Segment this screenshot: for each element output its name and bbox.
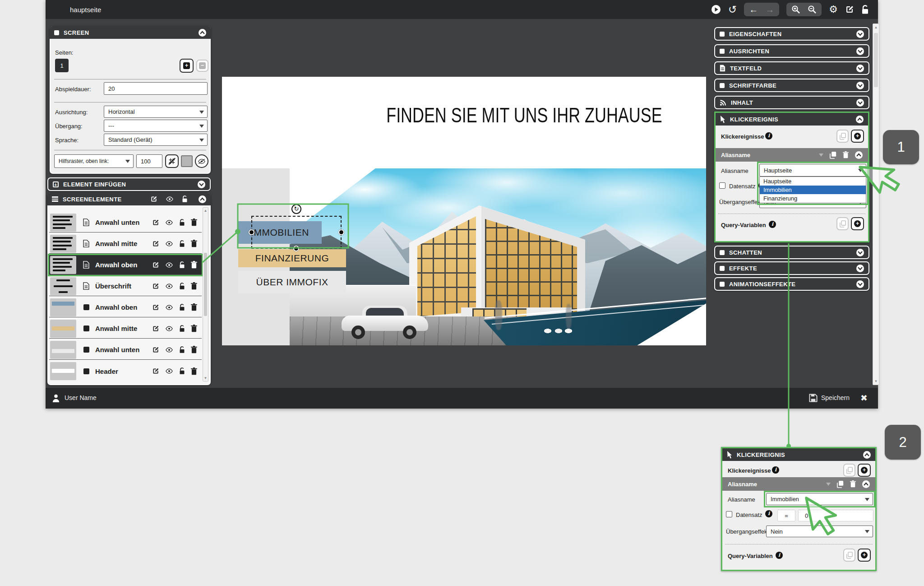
delete-icon[interactable] — [191, 282, 197, 290]
copy-button-disabled[interactable] — [836, 130, 849, 143]
section-inhalt[interactable]: INHALT — [714, 96, 869, 109]
aliasname-subheader[interactable]: Aliasname — [722, 477, 875, 491]
section-schriftfarbe[interactable]: SCHRIFTFARBE — [714, 79, 869, 92]
datensatz-checkbox[interactable] — [719, 182, 725, 189]
visibility-icon[interactable] — [165, 305, 173, 310]
lock-icon[interactable] — [179, 240, 185, 247]
list-item[interactable]: Anwahl oben — [49, 298, 202, 317]
scrollbar-thumb[interactable] — [204, 253, 207, 316]
delete-icon[interactable] — [191, 219, 197, 226]
datensatz-value-input[interactable] — [798, 510, 873, 521]
remove-page-button[interactable]: − — [196, 60, 208, 72]
uebergang-select[interactable]: --- — [104, 120, 208, 132]
zoom-out-icon[interactable] — [808, 5, 817, 14]
resize-handle-left[interactable] — [249, 229, 254, 235]
copy-button-disabled[interactable] — [836, 217, 849, 230]
copy-icon[interactable] — [837, 480, 844, 488]
hilfsraster-select[interactable]: Hilfsraster, oben link: — [54, 154, 134, 168]
section-animationseffekte[interactable]: ANIMATIONSEFFEKTE — [714, 277, 869, 291]
screenelemente-header[interactable]: SCREENELEMENTE — [47, 193, 211, 205]
scroll-down-icon[interactable]: ▼ — [873, 379, 879, 383]
section-schatten[interactable]: SCHATTEN — [714, 246, 869, 259]
dropdown-option-highlighted[interactable]: Immobilien — [760, 186, 866, 194]
list-item[interactable]: Anwahl mitte — [49, 234, 202, 254]
collapse-icon[interactable] — [199, 29, 206, 37]
scrollbar-thumb[interactable] — [874, 33, 878, 87]
edit-icon[interactable] — [845, 5, 854, 14]
resize-handle-bottom[interactable] — [293, 246, 299, 251]
selection-box[interactable]: ↻ — [251, 216, 342, 249]
edit-icon[interactable] — [152, 325, 159, 332]
rotate-handle[interactable]: ↻ — [291, 204, 301, 214]
dropdown-option[interactable]: Finanzierung — [760, 194, 866, 203]
expand-icon[interactable] — [856, 265, 864, 272]
canvas-heading[interactable]: FINDEN SIE MIT UNS IHR ZUHAUSE — [330, 103, 718, 127]
delete-icon[interactable] — [191, 325, 197, 332]
trash-icon[interactable] — [843, 151, 849, 158]
collapse-icon[interactable] — [863, 451, 871, 459]
ausrichtung-select[interactable]: Horizontal — [104, 106, 208, 118]
list-scrollbar[interactable]: ▲ ▼ — [203, 207, 208, 381]
collapse-icon[interactable] — [856, 116, 864, 123]
close-icon[interactable]: ✖ — [860, 393, 868, 403]
sprache-select[interactable]: Standard (Gerät) — [104, 134, 208, 146]
list-item[interactable]: Anwahl unten — [49, 213, 202, 233]
delete-icon[interactable] — [191, 261, 197, 269]
grid-off-button[interactable] — [165, 154, 179, 168]
add-page-button[interactable]: + — [180, 59, 194, 73]
edit-all-icon[interactable] — [150, 195, 157, 203]
chevron-down-icon[interactable] — [819, 153, 823, 159]
delete-icon[interactable] — [191, 367, 197, 375]
edit-icon[interactable] — [152, 346, 159, 353]
hilfsraster-size-input[interactable] — [136, 154, 162, 168]
lock-icon[interactable] — [179, 346, 185, 353]
visibility-icon[interactable] — [165, 262, 173, 268]
grid-visibility-button[interactable] — [195, 154, 208, 168]
expand-icon[interactable] — [856, 249, 864, 256]
uebergangseffekt-select[interactable]: Nein — [766, 526, 873, 537]
design-canvas[interactable]: FINDEN SIE MIT UNS IHR ZUHAUSE — [222, 77, 706, 345]
expand-icon[interactable] — [856, 280, 864, 288]
page-1-button[interactable]: 1 — [55, 59, 69, 72]
save-button[interactable]: Speichern — [821, 394, 850, 401]
edit-icon[interactable] — [152, 219, 159, 226]
expand-icon[interactable] — [856, 99, 864, 107]
expand-icon[interactable] — [856, 65, 864, 72]
aliasname-select[interactable]: Immobilien — [766, 493, 873, 505]
lock-icon[interactable] — [179, 283, 185, 290]
visibility-icon[interactable] — [165, 284, 173, 289]
expand-icon[interactable] — [856, 82, 864, 89]
delete-icon[interactable] — [191, 346, 197, 353]
edit-icon[interactable] — [152, 240, 159, 247]
dropdown-option[interactable]: Hauptseite — [760, 177, 866, 186]
delete-icon[interactable] — [191, 303, 197, 311]
klickereignis-header[interactable]: KLICKEREIGNIS — [722, 448, 875, 461]
visibility-icon[interactable] — [165, 241, 173, 246]
zoom-in-icon[interactable] — [791, 5, 800, 14]
list-item[interactable]: Anwahl unten — [49, 340, 202, 360]
expand-icon[interactable] — [856, 47, 864, 55]
copy-icon[interactable] — [830, 151, 836, 159]
section-textfeld[interactable]: TEXTFELD — [714, 61, 869, 75]
info-icon[interactable]: i — [765, 510, 772, 517]
datensatz-checkbox[interactable] — [726, 511, 732, 517]
info-icon[interactable]: i — [765, 132, 772, 140]
section-eigenschaften[interactable]: EIGENSCHAFTEN — [714, 27, 869, 41]
list-item-selected[interactable]: Anwahl oben — [49, 255, 202, 275]
lock-icon[interactable] — [179, 261, 185, 269]
visibility-icon[interactable] — [165, 368, 173, 374]
expand-icon[interactable] — [198, 181, 205, 188]
visibility-icon[interactable] — [165, 326, 173, 331]
play-icon[interactable] — [711, 5, 721, 14]
collapse-icon[interactable] — [862, 480, 870, 488]
add-clickevent-button[interactable]: + — [851, 130, 864, 143]
copy-button-disabled[interactable] — [843, 549, 855, 562]
edit-icon[interactable] — [152, 283, 159, 290]
collapse-icon[interactable] — [199, 195, 206, 203]
aliasname-select[interactable]: Hauptseite — [759, 164, 866, 177]
copy-button-disabled[interactable] — [843, 464, 855, 477]
visibility-icon[interactable] — [165, 220, 173, 225]
edit-icon[interactable] — [152, 367, 159, 375]
expand-icon[interactable] — [856, 30, 864, 38]
info-icon[interactable]: i — [772, 466, 779, 474]
